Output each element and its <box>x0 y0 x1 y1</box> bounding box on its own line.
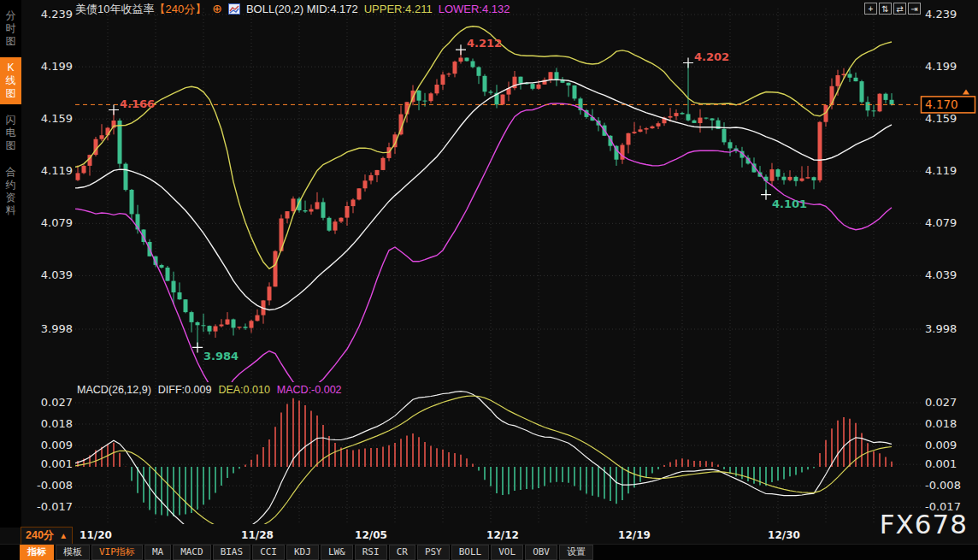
chart-canvas[interactable]: 4.1663.9844.2124.2024.1014.2394.2394.199… <box>0 0 978 560</box>
annotation-layer: 4.1663.9844.2124.2024.101 <box>109 37 807 363</box>
price-extreme-label: 4.101 <box>772 197 807 210</box>
zoom-y-axis-icon[interactable]: ⇅ <box>879 3 892 15</box>
price-extreme-label: 4.202 <box>694 50 729 63</box>
toolbar-item-12[interactable]: PSY <box>417 545 450 560</box>
fx678-watermark: FX678 <box>880 509 968 539</box>
boll-upper-value: UPPER:4.211 <box>364 3 433 15</box>
axis-tick-label: 4.119 <box>41 164 73 177</box>
axis-tick-label: 0.009 <box>925 439 957 451</box>
date-label: 11/28 <box>241 529 274 541</box>
price-extreme-label: 4.166 <box>120 97 155 110</box>
toolbar-item-8[interactable]: KDJ <box>286 545 319 560</box>
go-to-latest-icon[interactable]: ⇥ <box>908 3 921 15</box>
axis-tick-label: 3.998 <box>41 322 73 335</box>
toolbar-item-16[interactable]: 设置 <box>559 545 593 560</box>
pan-icon[interactable]: + <box>864 3 877 15</box>
current-price-tag: 4.170 <box>922 89 975 112</box>
extreme-cross-marker <box>761 190 771 200</box>
toolbar-item-4[interactable]: MA <box>144 545 171 560</box>
axis-tick-label: -0.008 <box>37 479 73 492</box>
sidebar: 分 时 图K 线 图闪 电 图合 约 资 料 <box>0 0 21 528</box>
axis-tick-label: 4.159 <box>925 112 957 125</box>
price-extreme-label: 3.984 <box>203 350 239 363</box>
sidebar-item-2[interactable]: K 线 图 <box>0 57 21 104</box>
macd-dea-value: DEA:0.010 <box>218 384 269 396</box>
axis-tick-label: 0.027 <box>41 396 73 409</box>
axis-tick-label: 0.018 <box>925 417 957 430</box>
date-label: 12/19 <box>618 529 651 541</box>
boll-lower-value: LOWER:4.132 <box>439 3 510 15</box>
axis-tick-label: 4.239 <box>925 8 957 21</box>
axis-tick-label: 4.039 <box>41 268 73 281</box>
current-price-value: 4.170 <box>925 97 958 111</box>
toolbar-item-11[interactable]: CR <box>389 545 415 560</box>
period-selector-label: 240分 <box>26 528 54 543</box>
price-extreme-label: 4.212 <box>467 37 502 50</box>
axis-tick-label: 4.199 <box>925 60 957 73</box>
axis-tick-label: 4.039 <box>925 268 957 281</box>
instrument-title: 美债10年收益率 <box>75 2 154 17</box>
zoom-out-icon[interactable]: ⊕ <box>212 3 222 15</box>
indicator-toolbar: 指标模板VIP指标MAMACDBIASCCIKDJLW&RSICRPSYBOLL… <box>0 544 978 560</box>
chart-header: 美债10年收益率【240分】 ⊕ BOLL(20,2) MID:4.172 UP… <box>75 3 510 15</box>
macd-diff-value: DIFF:0.009 <box>158 384 212 396</box>
period-selector[interactable]: 240分 ▲ <box>21 527 73 545</box>
toolbar-item-9[interactable]: LW& <box>321 545 353 560</box>
extreme-cross-marker <box>456 44 466 55</box>
axis-tick-label: 4.119 <box>925 164 957 177</box>
date-label: 12/30 <box>768 529 800 541</box>
toolbar-item-2[interactable]: 模板 <box>56 545 90 560</box>
axis-labels: 4.2394.2394.1994.1994.1594.1594.1194.119… <box>37 8 961 541</box>
date-label: 12/05 <box>355 529 387 541</box>
chart-tool-buttons: +⇅⇄⇥ <box>864 3 921 15</box>
axis-tick-label: 0.001 <box>41 457 73 470</box>
axis-tick-label: 4.079 <box>41 216 73 229</box>
sidebar-item-1[interactable]: 分 时 图 <box>0 5 21 52</box>
axis-tick-label: 4.199 <box>41 60 73 73</box>
price-marker-arrow-icon <box>963 89 969 94</box>
sidebar-item-3[interactable]: 闪 电 图 <box>0 109 21 156</box>
toolbar-item-15[interactable]: OBV <box>525 545 557 560</box>
toolbar-item-6[interactable]: BIAS <box>213 545 251 560</box>
date-label: 11/20 <box>80 529 112 541</box>
grid-layer <box>75 9 921 523</box>
toolbar-item-14[interactable]: VOL <box>491 545 523 560</box>
chevron-up-icon: ▲ <box>59 531 68 540</box>
toolbar-item-5[interactable]: MACD <box>173 545 211 560</box>
zoom-x-axis-icon[interactable]: ⇄ <box>893 3 906 15</box>
toolbar-item-3[interactable]: VIP指标 <box>91 545 143 560</box>
toolbar-item-7[interactable]: CCI <box>252 545 285 560</box>
period-label: 【240分】 <box>154 2 206 17</box>
axis-tick-label: 0.001 <box>925 457 957 470</box>
chart-application-window: 4.1663.9844.2124.2024.1014.2394.2394.199… <box>0 0 978 560</box>
axis-tick-label: 0.009 <box>41 439 73 451</box>
chart-style-icon[interactable] <box>228 3 240 15</box>
toolbar-item-13[interactable]: BOLL <box>451 545 490 560</box>
macd-macd-value: MACD:-0.002 <box>277 384 342 396</box>
axis-tick-label: 4.159 <box>41 112 73 125</box>
toolbar-item-10[interactable]: RSI <box>355 545 387 560</box>
axis-tick-label: -0.017 <box>37 500 73 513</box>
axis-tick-label: 3.998 <box>925 322 957 335</box>
axis-tick-label: 4.079 <box>925 216 957 229</box>
sidebar-item-4[interactable]: 合 约 资 料 <box>0 162 21 221</box>
toolbar-item-1[interactable]: 指标 <box>20 545 54 560</box>
macd-params-label: MACD(26,12,9) <box>77 384 151 396</box>
boll-mid-value: BOLL(20,2) MID:4.172 <box>246 3 358 15</box>
date-label: 12/12 <box>486 529 519 541</box>
axis-tick-label: 0.027 <box>925 396 957 409</box>
axis-tick-label: 4.239 <box>41 8 73 21</box>
axis-tick-label: -0.008 <box>925 479 961 492</box>
macd-histogram-layer <box>0 392 892 539</box>
macd-header: MACD(26,12,9) DIFF:0.009 DEA:0.010 MACD:… <box>77 384 342 396</box>
extreme-cross-marker <box>192 342 203 352</box>
axis-tick-label: 0.018 <box>41 417 73 430</box>
extreme-cross-marker <box>109 105 119 115</box>
candlestick-layer <box>0 27 894 392</box>
